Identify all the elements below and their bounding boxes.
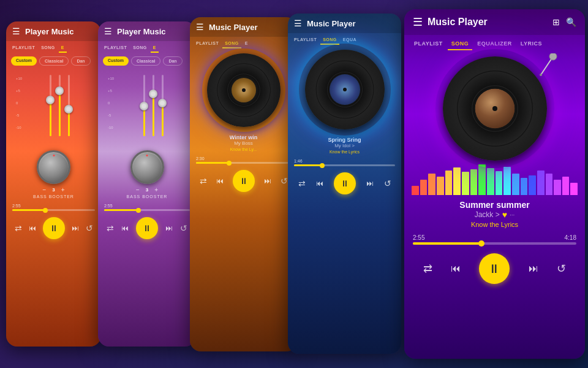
play-btn-5[interactable]: ⏸ (479, 253, 510, 284)
next-btn-4[interactable]: ⏭ (366, 179, 374, 188)
shuffle-btn-4[interactable]: ⇄ (298, 178, 306, 188)
filter-custom-2[interactable]: Custom (103, 56, 129, 66)
menu-icon-1[interactable]: ☰ (12, 26, 20, 36)
next-btn-2[interactable]: ⏭ (165, 224, 173, 232)
play-btn-4[interactable]: ⏸ (334, 172, 356, 194)
progress-section-2: 2:55 (98, 201, 196, 213)
shuffle-btn-2[interactable]: ⇄ (107, 223, 114, 233)
prev-btn-1[interactable]: ⏮ (29, 224, 36, 232)
progress-thumb-2 (136, 208, 141, 213)
filter-dance-2[interactable]: Dan (163, 56, 182, 66)
tab-playlist-1[interactable]: PLAYLIST (10, 44, 37, 53)
spec-bar-11 (503, 167, 511, 195)
knob-value-2: 3 (146, 187, 148, 193)
tab-song-2[interactable]: SONG (130, 44, 149, 53)
progress-fill-4 (294, 164, 322, 166)
tab-eq-2[interactable]: E (151, 44, 159, 53)
progress-track-3[interactable] (196, 162, 291, 164)
eq-slider-1b[interactable] (59, 75, 61, 142)
bass-knob-2[interactable] (130, 150, 164, 184)
shuffle-btn-3[interactable]: ⇄ (200, 176, 207, 186)
menu-icon-5[interactable]: ☰ (413, 15, 423, 29)
tab-playlist-5[interactable]: PLAYLIST (410, 38, 447, 50)
phone-3-tabs: PLAYLIST SONG E (190, 37, 297, 48)
progress-fill-5 (413, 242, 481, 245)
controls-2: ⇄ ⏮ ⏸ ⏭ ↺ (98, 213, 196, 243)
phone-4: ☰ Music Player PLAYLIST SONG EQUA Spring… (288, 13, 401, 354)
progress-track-2[interactable] (104, 209, 190, 211)
prev-btn-3[interactable]: ⏮ (216, 177, 224, 185)
song-title-4: Spring Sring (293, 137, 396, 143)
more-btn-5[interactable]: ··· (510, 212, 514, 218)
knob-minus-2[interactable]: − (136, 186, 140, 193)
filter-classical-1[interactable]: Classical (39, 56, 69, 66)
eq-sliders-2 (116, 72, 190, 145)
prev-btn-2[interactable]: ⏮ (121, 224, 129, 232)
eq-slider-2b[interactable] (153, 75, 154, 142)
like-btn-5[interactable]: ♥ (502, 210, 507, 220)
eq-slider-2c[interactable] (162, 75, 164, 142)
phones-container: ☰ Player Music PLAYLIST SONG E Custom Cl… (0, 0, 588, 368)
progress-track-1[interactable] (12, 209, 95, 211)
tab-eq-3[interactable]: E (243, 39, 251, 48)
bass-section-1: − 3 + BASS BOOSTER (6, 148, 101, 201)
tab-song-3[interactable]: SONG (222, 39, 241, 48)
end-time-5: 4:18 (565, 234, 576, 241)
search-icon-5[interactable]: 🔍 (566, 17, 576, 27)
tab-song-4[interactable]: SONG (320, 36, 339, 45)
next-btn-1[interactable]: ⏭ (72, 224, 79, 232)
tab-equalizer-5[interactable]: EQUALIZER (473, 38, 516, 50)
menu-icon-2[interactable]: ☰ (104, 26, 112, 36)
filter-dance-1[interactable]: Dan (71, 56, 90, 66)
song-link-4[interactable]: Know the Lyrics (293, 150, 396, 154)
spec-bar-2 (428, 174, 435, 195)
song-link-3[interactable]: Know the Ly... (195, 147, 292, 151)
filter-custom-1[interactable]: Custom (11, 56, 37, 66)
tab-song-5[interactable]: SONG (448, 38, 473, 50)
shuffle-btn-5[interactable]: ⇄ (423, 262, 432, 275)
bass-knob-1[interactable] (37, 150, 70, 184)
repeat-btn-1[interactable]: ↺ (86, 223, 93, 233)
bass-label-2: BASS BOOSTER (127, 194, 168, 199)
controls-1: ⇄ ⏮ ⏸ ⏭ ↺ (6, 213, 101, 243)
play-btn-2[interactable]: ⏸ (136, 217, 158, 239)
menu-icon-4[interactable]: ☰ (294, 18, 302, 28)
tab-playlist-2[interactable]: PLAYLIST (102, 44, 129, 53)
knob-plus-1[interactable]: + (61, 186, 65, 193)
phone-1-header: ☰ Player Music (6, 21, 101, 41)
song-link-5[interactable]: Know the Lyrics (413, 221, 576, 228)
prev-btn-5[interactable]: ⏮ (451, 263, 461, 274)
repeat-btn-3[interactable]: ↺ (281, 176, 288, 186)
tab-song-1[interactable]: SONG (39, 44, 58, 53)
tab-eq-1[interactable]: E (59, 44, 67, 53)
tab-lyrics-5[interactable]: LYRICS (517, 38, 546, 50)
prev-btn-4[interactable]: ⏮ (316, 179, 323, 188)
filter-icon-5[interactable]: ⊞ (552, 17, 560, 27)
progress-track-4[interactable] (294, 164, 395, 166)
bass-label-1: BASS BOOSTER (33, 194, 74, 199)
spec-bar-4 (445, 171, 453, 195)
eq-slider-2a[interactable] (143, 75, 145, 142)
tab-playlist-4[interactable]: PLAYLIST (292, 36, 319, 45)
next-btn-3[interactable]: ⏭ (264, 177, 271, 185)
progress-track-5[interactable] (413, 242, 576, 245)
tab-playlist-3[interactable]: PLAYLIST (194, 39, 221, 48)
shuffle-btn-1[interactable]: ⇄ (15, 223, 22, 233)
repeat-btn-2[interactable]: ↺ (180, 223, 187, 233)
spec-bar-3 (437, 177, 444, 195)
knob-minus-1[interactable]: − (42, 186, 46, 193)
repeat-btn-5[interactable]: ↺ (557, 262, 566, 275)
eq-slider-1a[interactable] (50, 75, 51, 142)
menu-icon-3[interactable]: ☰ (196, 22, 204, 32)
progress-thumb-4 (320, 163, 325, 168)
eq-sliders-1 (24, 72, 95, 145)
eq-slider-1c[interactable] (68, 75, 70, 142)
knob-plus-2[interactable]: + (154, 186, 158, 193)
play-btn-1[interactable]: ⏸ (43, 217, 65, 239)
vinyl-4 (305, 50, 385, 129)
filter-classical-2[interactable]: Classical (131, 56, 160, 66)
play-btn-3[interactable]: ⏸ (233, 170, 255, 192)
next-btn-5[interactable]: ⏭ (529, 263, 538, 274)
repeat-btn-4[interactable]: ↺ (384, 178, 391, 188)
song-title-5: Summer summer (413, 200, 576, 210)
